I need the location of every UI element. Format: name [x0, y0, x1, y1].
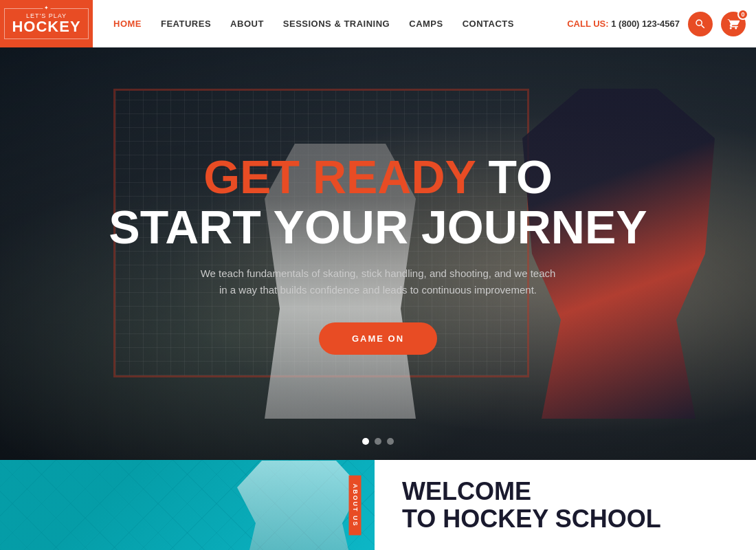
- hero-dot-3[interactable]: [387, 438, 394, 445]
- bottom-section: ABOUT US WELCOME TO HOCKEY SCHOOL: [0, 460, 756, 550]
- nav-sessions[interactable]: SESSIONS & TRAINING: [283, 19, 390, 29]
- header-right: CALL US: 1 (800) 123-4567 0: [567, 12, 756, 36]
- bottom-image-area: ABOUT US: [0, 460, 375, 550]
- hero-dots: [362, 438, 394, 445]
- game-on-button[interactable]: GAME ON: [319, 322, 437, 355]
- logo-main-text: HOCKEY: [12, 19, 80, 34]
- hero-dot-1[interactable]: [362, 438, 369, 445]
- hero-content: GET READY TO START YOUR JOURNEY We teach…: [0, 47, 756, 460]
- nav-contacts[interactable]: CONTACTS: [463, 19, 514, 29]
- call-us-label: CALL US:: [567, 19, 608, 29]
- hockey-player-image: [237, 461, 361, 550]
- hero-title-line2: START YOUR JOURNEY: [109, 204, 647, 250]
- hero-title-to: TO: [489, 151, 553, 203]
- nav-camps[interactable]: CAMPS: [409, 19, 443, 29]
- call-us: CALL US: 1 (800) 123-4567: [567, 19, 680, 29]
- search-icon: [694, 18, 707, 30]
- hero-title-line1: GET READY TO: [203, 153, 553, 200]
- cart-button[interactable]: 0: [721, 12, 746, 36]
- cart-badge: 0: [737, 9, 748, 20]
- hero-dot-2[interactable]: [375, 438, 381, 445]
- nav-home[interactable]: HOME: [113, 19, 142, 29]
- main-nav: HOME FEATURES ABOUT SESSIONS & TRAINING …: [93, 0, 567, 47]
- header: LET'S PLAY HOCKEY HOME FEATURES ABOUT SE…: [0, 0, 756, 47]
- hero-section: GET READY TO START YOUR JOURNEY We teach…: [0, 47, 756, 460]
- phone-number: 1 (800) 123-4567: [611, 19, 680, 29]
- welcome-line2: TO HOCKEY SCHOOL: [402, 505, 729, 533]
- nav-features[interactable]: FEATURES: [161, 19, 211, 29]
- nav-about[interactable]: ABOUT: [230, 19, 264, 29]
- welcome-line1: WELCOME: [402, 478, 729, 505]
- hero-subtitle: We teach fundamentals of skating, stick …: [199, 265, 557, 298]
- logo[interactable]: LET'S PLAY HOCKEY: [0, 0, 93, 47]
- hero-title-accent: GET READY: [203, 151, 475, 203]
- about-us-tab[interactable]: ABOUT US: [349, 475, 362, 535]
- welcome-text-area: WELCOME TO HOCKEY SCHOOL: [375, 460, 756, 550]
- search-button[interactable]: [688, 12, 713, 36]
- welcome-heading: WELCOME TO HOCKEY SCHOOL: [402, 478, 729, 532]
- cart-icon: [727, 18, 740, 30]
